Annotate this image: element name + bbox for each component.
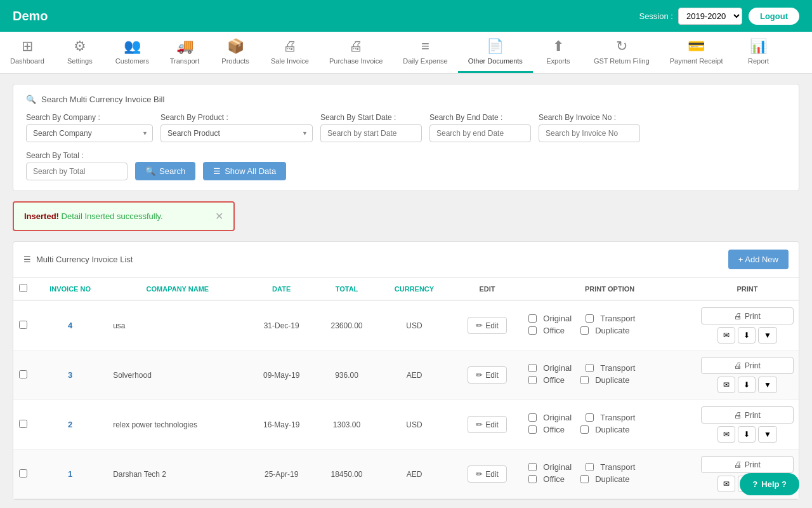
original-checkbox[interactable] xyxy=(528,413,537,422)
logout-button[interactable]: Logout xyxy=(749,8,799,25)
transport-checkbox[interactable] xyxy=(586,314,594,323)
edit-button[interactable]: ✏ Edit xyxy=(468,317,507,334)
edit-button[interactable]: ✏ Edit xyxy=(468,416,507,433)
invoice-table: INVOICE NOCOMAPANY NAMEDATETOTALCURRENCY… xyxy=(13,277,799,499)
edit-icon: ✏ xyxy=(476,469,483,479)
content-area: 🔍 Search Multi Currency Invoice Bill Sea… xyxy=(0,74,812,508)
nav-item-customers[interactable]: 👥 Customers xyxy=(105,32,159,73)
duplicate-checkbox[interactable] xyxy=(580,376,589,384)
office-checkbox[interactable] xyxy=(528,376,537,384)
email-button[interactable]: ✉ xyxy=(717,476,735,492)
add-new-button[interactable]: + Add New xyxy=(728,250,789,269)
nav-item-daily-expense[interactable]: ≡ Daily Expense xyxy=(393,32,457,73)
search-fields-row-top: Search By Company : Search Company Searc… xyxy=(26,113,786,142)
office-checkbox[interactable] xyxy=(528,326,537,335)
invoice-no-link[interactable]: 1 xyxy=(68,469,72,479)
row-checkbox[interactable] xyxy=(19,321,27,329)
select-all-checkbox[interactable] xyxy=(19,284,27,292)
edit-icon: ✏ xyxy=(476,370,483,380)
download-button[interactable]: ⬇ xyxy=(738,377,756,393)
col-invoice-no: INVOICE NO xyxy=(32,277,108,300)
invoice-no-link[interactable]: 2 xyxy=(68,420,72,429)
print-button[interactable]: 🖨 Print xyxy=(701,307,794,324)
row-checkbox-cell xyxy=(13,400,32,450)
alert-detail-label: Detail Inserted successfully. xyxy=(62,211,163,221)
print-button[interactable]: 🖨 Print xyxy=(701,357,794,374)
product-select[interactable]: Search Product xyxy=(160,124,313,142)
total-input[interactable] xyxy=(26,163,128,180)
row-checkbox[interactable] xyxy=(19,370,27,378)
row-checkbox-cell xyxy=(13,300,32,351)
duplicate-checkbox[interactable] xyxy=(580,475,589,483)
email-button[interactable]: ✉ xyxy=(717,327,735,344)
office-checkbox[interactable] xyxy=(528,425,537,434)
alert-close-button[interactable]: ✕ xyxy=(215,210,223,222)
nav-item-other-documents[interactable]: 📄 Other Documents xyxy=(458,32,533,73)
transport-checkbox[interactable] xyxy=(586,413,594,422)
office-checkbox[interactable] xyxy=(528,475,537,483)
help-button[interactable]: ? Help ? xyxy=(740,473,799,495)
row-checkbox[interactable] xyxy=(19,420,27,428)
email-button[interactable]: ✉ xyxy=(717,377,735,393)
date-cell: 09-May-19 xyxy=(247,351,316,400)
original-checkbox[interactable] xyxy=(528,463,537,471)
session-select[interactable]: 2019-2020 2018-2019 xyxy=(678,8,742,25)
nav-label-gst-return: GST Return Filing xyxy=(594,57,650,65)
nav-item-exports[interactable]: ⬆ Exports xyxy=(533,32,584,73)
download-button[interactable]: ⬇ xyxy=(738,426,756,443)
edit-button[interactable]: ✏ Edit xyxy=(468,366,507,384)
nav-item-gst-return[interactable]: ↻ GST Return Filing xyxy=(584,32,660,73)
invoice-no-input[interactable] xyxy=(539,124,640,142)
help-icon: ? xyxy=(752,479,757,489)
nav-item-transport[interactable]: 🚚 Transport xyxy=(159,32,210,73)
original-checkbox[interactable] xyxy=(528,314,537,323)
nav-icon-products: 📦 xyxy=(227,38,244,55)
more-options-button[interactable]: ▼ xyxy=(758,426,777,443)
transport-checkbox[interactable] xyxy=(586,364,594,372)
invoice-no-link[interactable]: 4 xyxy=(68,321,72,330)
nav-item-payment-receipt[interactable]: 💳 Payment Receipt xyxy=(660,32,733,73)
company-select[interactable]: Search Company xyxy=(26,124,153,142)
print-button[interactable]: 🖨 Print xyxy=(701,456,794,473)
edit-button[interactable]: ✏ Edit xyxy=(468,465,507,483)
edit-cell: ✏ Edit xyxy=(451,450,524,499)
end-date-input[interactable] xyxy=(429,124,531,142)
col-checkbox xyxy=(13,277,32,300)
nav-label-purchase-invoice: Purchase Invoice xyxy=(329,57,383,65)
list-header: ☰ Multi Currency Invoice List + Add New xyxy=(13,242,799,277)
nav-item-sale-invoice[interactable]: 🖨 Sale Invoice xyxy=(261,32,319,73)
nav-item-products[interactable]: 📦 Products xyxy=(210,32,261,73)
total-cell: 1303.00 xyxy=(316,400,377,450)
row-checkbox[interactable] xyxy=(19,469,27,478)
nav-item-dashboard[interactable]: ⊞ Dashboard xyxy=(0,32,55,73)
product-field-group: Search By Product : Search Product xyxy=(160,113,313,142)
transport-checkbox[interactable] xyxy=(586,463,594,471)
duplicate-checkbox[interactable] xyxy=(580,326,589,335)
company-label: Search By Company : xyxy=(26,113,153,122)
email-button[interactable]: ✉ xyxy=(717,426,735,443)
original-checkbox[interactable] xyxy=(528,364,537,372)
nav-icon-payment-receipt: 💳 xyxy=(688,38,705,55)
company-field-group: Search By Company : Search Company xyxy=(26,113,153,142)
company-name-cell: usa xyxy=(108,300,247,351)
list-title: ☰ Multi Currency Invoice List xyxy=(23,255,133,264)
nav-item-purchase-invoice[interactable]: 🖨 Purchase Invoice xyxy=(319,32,393,73)
nav-item-settings[interactable]: ⚙ Settings xyxy=(55,32,105,73)
download-button[interactable]: ⬇ xyxy=(738,327,756,344)
search-panel: 🔍 Search Multi Currency Invoice Bill Sea… xyxy=(13,84,799,191)
nav-icon-report: 📊 xyxy=(750,38,767,55)
nav-item-report[interactable]: 📊 Report xyxy=(733,32,783,73)
product-label: Search By Product : xyxy=(160,113,313,122)
col-edit: EDIT xyxy=(451,277,524,300)
print-button[interactable]: 🖨 Print xyxy=(701,406,794,424)
duplicate-checkbox[interactable] xyxy=(580,425,589,434)
show-all-button[interactable]: ☰ Show All Data xyxy=(203,162,286,180)
more-options-button[interactable]: ▼ xyxy=(758,377,777,393)
start-date-input[interactable] xyxy=(320,124,422,142)
search-button[interactable]: 🔍 Search xyxy=(135,162,195,180)
printer-icon: 🖨 xyxy=(734,460,742,469)
invoice-no-link[interactable]: 3 xyxy=(68,370,72,380)
total-cell: 936.00 xyxy=(316,351,377,400)
more-options-button[interactable]: ▼ xyxy=(758,327,777,344)
col-currency: CURRENCY xyxy=(377,277,451,300)
